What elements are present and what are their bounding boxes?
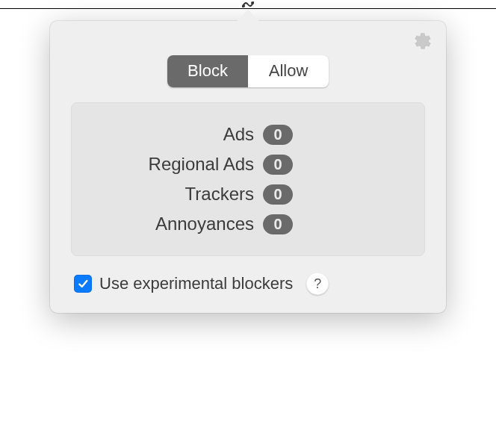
- block-tab[interactable]: Block: [167, 55, 248, 87]
- stat-count-badge: 0: [263, 125, 293, 145]
- help-button[interactable]: ?: [306, 273, 329, 295]
- toolbar: [0, 0, 496, 9]
- allow-tab[interactable]: Allow: [248, 55, 329, 87]
- svg-point-1: [251, 1, 254, 4]
- stat-count-badge: 0: [263, 155, 293, 175]
- experimental-label: Use experimental blockers: [99, 274, 293, 293]
- checkmark-icon: [77, 278, 89, 290]
- experimental-checkbox[interactable]: [74, 275, 92, 293]
- popover: Block Allow Ads 0 Regional Ads 0 Tracker…: [50, 21, 446, 313]
- stat-count-badge: 0: [263, 184, 293, 205]
- footer: Use experimental blockers ?: [71, 273, 425, 295]
- gear-icon[interactable]: [413, 31, 433, 54]
- stat-row: Trackers 0: [87, 179, 409, 209]
- stat-label: Annoyances: [87, 214, 254, 234]
- stats-panel: Ads 0 Regional Ads 0 Trackers 0 Annoyanc…: [71, 102, 425, 256]
- mode-segmented-control: Block Allow: [167, 55, 329, 87]
- svg-point-0: [242, 4, 245, 7]
- stat-row: Annoyances 0: [87, 209, 409, 239]
- popover-pointer: [236, 10, 260, 22]
- stat-row: Regional Ads 0: [87, 149, 409, 179]
- stat-label: Regional Ads: [87, 154, 254, 175]
- stat-label: Trackers: [87, 184, 254, 205]
- stat-label: Ads: [87, 124, 254, 145]
- stat-row: Ads 0: [87, 119, 409, 149]
- stat-count-badge: 0: [263, 214, 293, 234]
